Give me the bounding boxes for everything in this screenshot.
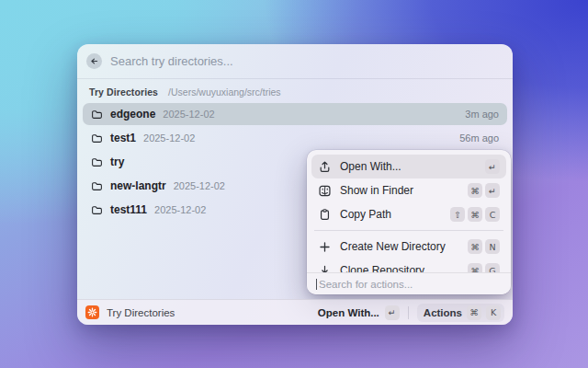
key-badge: K: [486, 305, 501, 320]
list-item-edgeone[interactable]: edgeone 2025-12-02 3m ago: [83, 103, 507, 125]
menu-item-show-in-finder[interactable]: Show in Finder ⌘ ↵: [311, 178, 506, 202]
item-date: 2025-12-02: [174, 180, 225, 191]
folder-icon: [91, 132, 103, 144]
key-badge: C: [485, 207, 500, 222]
item-time-ago: 3m ago: [465, 109, 499, 120]
item-time-ago: 56m ago: [459, 132, 499, 144]
back-arrow-icon: [89, 56, 99, 66]
folder-icon: [91, 180, 103, 192]
item-name: test111: [110, 203, 147, 216]
menu-item-create-new-directory[interactable]: Create New Directory ⌘ N: [311, 235, 506, 259]
section-header: Try Directories /Users/wuyuxiang/src/tri…: [77, 79, 513, 100]
key-badge: ↵: [385, 305, 400, 320]
key-badge: N: [485, 239, 500, 254]
search-bar: [77, 44, 513, 79]
statusbar-app-label: Try Directories: [107, 307, 175, 318]
menu-item-open-with[interactable]: Open With... ↵: [311, 155, 506, 178]
text-caret: [316, 279, 317, 290]
open-with-icon: [318, 160, 332, 174]
key-badge: ⌘: [467, 305, 481, 320]
actions-search-bar: [307, 272, 511, 294]
key-badge: ⌘: [468, 183, 482, 198]
launcher-window: Try Directories /Users/wuyuxiang/src/tri…: [77, 44, 513, 325]
actions-search-input[interactable]: [319, 279, 502, 290]
actions-menu: Open With... ↵ Show in Finder ⌘ ↵: [307, 150, 511, 294]
folder-icon: [91, 156, 103, 168]
search-input[interactable]: [110, 54, 503, 68]
key-badge: ↵: [485, 159, 500, 174]
item-date: 2025-12-02: [163, 109, 214, 120]
section-path: /Users/wuyuxiang/src/tries: [168, 86, 281, 98]
actions-button-label: Actions: [424, 307, 462, 318]
item-date: 2025-12-02: [143, 132, 195, 144]
key-badge: ⌘: [468, 207, 482, 222]
back-button[interactable]: [86, 53, 102, 69]
menu-item-label: Show in Finder: [340, 184, 413, 197]
menu-divider: [314, 230, 503, 231]
actions-button[interactable]: Actions ⌘ K: [417, 304, 504, 322]
key-badge: ⇧: [450, 207, 465, 222]
finder-icon: [318, 184, 332, 198]
folder-icon: [91, 204, 103, 216]
item-name: try: [110, 155, 124, 168]
section-title: Try Directories: [89, 86, 158, 98]
item-name: test1: [110, 132, 136, 144]
item-name: edgeone: [110, 108, 155, 121]
actions-menu-items: Open With... ↵ Show in Finder ⌘ ↵: [307, 150, 511, 282]
statusbar-primary-action[interactable]: Open With...: [318, 307, 379, 318]
list-item-test1[interactable]: test1 2025-12-02 56m ago: [83, 127, 507, 149]
folder-icon: [91, 109, 103, 121]
extension-gear-icon: [85, 305, 99, 319]
menu-item-label: Copy Path: [340, 208, 391, 221]
key-badge: ↵: [485, 183, 500, 198]
status-bar: Try Directories Open With... ↵ Actions ⌘…: [77, 299, 513, 325]
plus-icon: [318, 240, 332, 254]
item-name: new-langtr: [110, 179, 166, 192]
menu-item-label: Open With...: [340, 160, 401, 173]
statusbar-divider: [408, 306, 409, 319]
key-badge: ⌘: [468, 239, 482, 254]
menu-item-copy-path[interactable]: Copy Path ⇧ ⌘ C: [311, 202, 506, 226]
item-date: 2025-12-02: [154, 204, 206, 215]
menu-item-label: Create New Directory: [340, 240, 446, 253]
clipboard-icon: [318, 208, 332, 222]
